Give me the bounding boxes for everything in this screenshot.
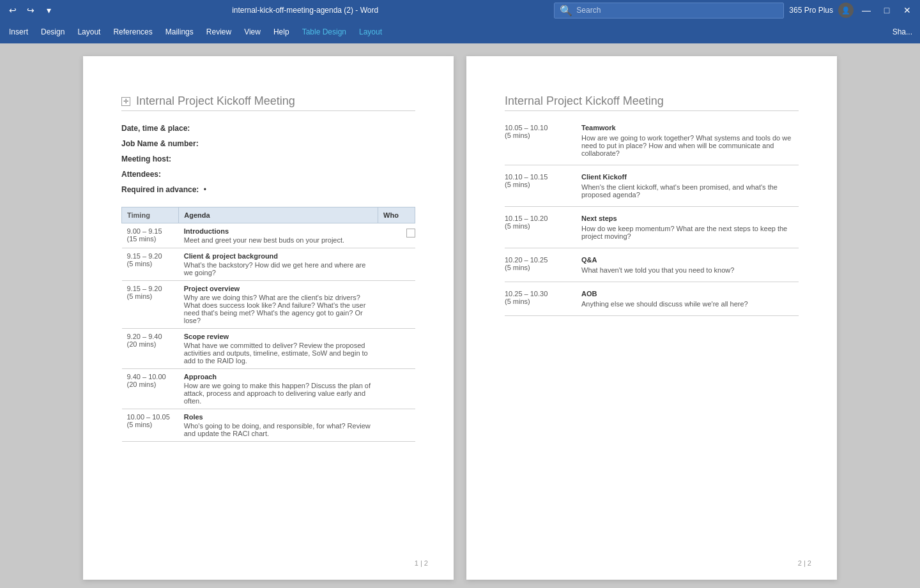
p2-content-5: AOB Anything else we should discuss whil…: [581, 290, 799, 308]
timing-1: 9.00 – 9.15(15 mins): [122, 223, 179, 248]
redo-button[interactable]: ↪: [23, 3, 38, 18]
page2-title: Internal Project Kickoff Meeting: [505, 94, 799, 111]
table-row: 9.40 – 10.00(20 mins) Approach How are w…: [122, 369, 415, 409]
agenda-6: Roles Who's going to be doing, and respo…: [179, 409, 378, 442]
search-input[interactable]: [576, 6, 778, 15]
meta-section: Date, time & place: Job Name & number: M…: [121, 124, 415, 194]
close-button[interactable]: ✕: [900, 3, 915, 18]
move-handle-icon[interactable]: ✛: [121, 97, 130, 106]
agenda-table: Timing Agenda Who 9.00 – 9.15(15 mins) I…: [121, 207, 415, 442]
agenda-2: Client & project background What's the b…: [179, 248, 378, 281]
who-2: [378, 248, 415, 281]
p2-section-4: 10.20 – 10.25(5 mins) Q&A What haven't w…: [505, 256, 799, 282]
p2-section-1: 10.05 – 10.10(5 mins) Teamwork How are w…: [505, 124, 799, 165]
page2-footer: 2 | 2: [798, 559, 811, 567]
p2-content-1: Teamwork How are we going to work togeth…: [581, 124, 799, 157]
p2-timing-1: 10.05 – 10.10(5 mins): [505, 124, 569, 139]
title-bar: ↩ ↪ ▾ internal-kick-off-meeting-agenda (…: [0, 0, 920, 20]
meta-required: Required in advance: •: [121, 185, 415, 194]
who-3: [378, 281, 415, 329]
tab-mailings[interactable]: Mailings: [159, 25, 200, 39]
meta-job: Job Name & number:: [121, 139, 415, 148]
p2-section-2: 10.10 – 10.15(5 mins) Client Kickoff Whe…: [505, 173, 799, 207]
content-area: ✛ Internal Project Kickoff Meeting Date,…: [0, 43, 920, 588]
document-title: internal-kick-off-meeting-agenda (2) - W…: [61, 6, 549, 15]
timing-2: 9.15 – 9.20(5 mins): [122, 248, 179, 281]
table-row: 9.15 – 9.20(5 mins) Project overview Why…: [122, 281, 415, 329]
tab-references[interactable]: References: [107, 25, 158, 39]
tab-insert[interactable]: Insert: [3, 25, 34, 39]
avatar[interactable]: 👤: [838, 3, 854, 18]
tab-layout-2[interactable]: Layout: [353, 25, 388, 39]
p2-content-4: Q&A What haven't we told you that you ne…: [581, 256, 799, 274]
who-6: [378, 409, 415, 442]
tab-view[interactable]: View: [238, 25, 267, 39]
meta-attendees: Attendees:: [121, 170, 415, 179]
p2-section-3: 10.15 – 10.20(5 mins) Next steps How do …: [505, 215, 799, 248]
table-row: 10.00 – 10.05(5 mins) Roles Who's going …: [122, 409, 415, 442]
timing-6: 10.00 – 10.05(5 mins): [122, 409, 179, 442]
page1-title: ✛ Internal Project Kickoff Meeting: [121, 94, 415, 111]
tab-design[interactable]: Design: [34, 25, 71, 39]
agenda-1: Introductions Meet and greet your new be…: [179, 223, 378, 248]
window-controls[interactable]: ↩ ↪ ▾: [5, 3, 56, 18]
agenda-3: Project overview Why are we doing this? …: [179, 281, 378, 329]
p2-section-5: 10.25 – 10.30(5 mins) AOB Anything else …: [505, 290, 799, 316]
col-who: Who: [378, 207, 415, 223]
search-icon: 🔍: [560, 4, 572, 17]
user-plan-label: 365 Pro Plus: [789, 6, 833, 15]
agenda-4: Scope review What have we committed to d…: [179, 329, 378, 369]
minimize-button[interactable]: —: [859, 3, 874, 18]
page-1: ✛ Internal Project Kickoff Meeting Date,…: [83, 56, 454, 580]
timing-3: 9.15 – 9.20(5 mins): [122, 281, 179, 329]
p2-content-3: Next steps How do we keep momentum? What…: [581, 215, 799, 240]
share-button[interactable]: Sha...: [887, 27, 917, 36]
p2-timing-3: 10.15 – 10.20(5 mins): [505, 215, 569, 230]
meta-host: Meeting host:: [121, 155, 415, 163]
who-5: [378, 369, 415, 409]
meta-date: Date, time & place:: [121, 124, 415, 133]
table-row: 9.20 – 9.40(20 mins) Scope review What h…: [122, 329, 415, 369]
ribbon: Insert Design Layout References Mailings…: [0, 20, 920, 43]
who-4: [378, 329, 415, 369]
undo-button[interactable]: ↩: [5, 3, 20, 18]
timing-5: 9.40 – 10.00(20 mins): [122, 369, 179, 409]
col-timing: Timing: [122, 207, 179, 223]
search-bar[interactable]: 🔍: [554, 3, 784, 19]
page-2: Internal Project Kickoff Meeting 10.05 –…: [466, 56, 837, 580]
agenda-5: Approach How are we going to make this h…: [179, 369, 378, 409]
table-row: 9.15 – 9.20(5 mins) Client & project bac…: [122, 248, 415, 281]
p2-content-2: Client Kickoff When's the client kickoff…: [581, 173, 799, 199]
page1-footer: 1 | 2: [415, 559, 428, 567]
customize-button[interactable]: ▾: [41, 3, 56, 18]
table-row: 9.00 – 9.15(15 mins) Introductions Meet …: [122, 223, 415, 248]
tab-layout[interactable]: Layout: [71, 25, 107, 39]
p2-timing-2: 10.10 – 10.15(5 mins): [505, 173, 569, 188]
tab-review[interactable]: Review: [200, 25, 238, 39]
title-bar-right: 365 Pro Plus 👤 — □ ✕: [789, 3, 915, 18]
p2-timing-5: 10.25 – 10.30(5 mins): [505, 290, 569, 305]
timing-4: 9.20 – 9.40(20 mins): [122, 329, 179, 369]
tab-table-design[interactable]: Table Design: [296, 25, 353, 39]
maximize-button[interactable]: □: [879, 3, 894, 18]
tab-help[interactable]: Help: [267, 25, 296, 39]
p2-timing-4: 10.20 – 10.25(5 mins): [505, 256, 569, 271]
checkbox[interactable]: [406, 229, 415, 237]
col-agenda: Agenda: [179, 207, 378, 223]
